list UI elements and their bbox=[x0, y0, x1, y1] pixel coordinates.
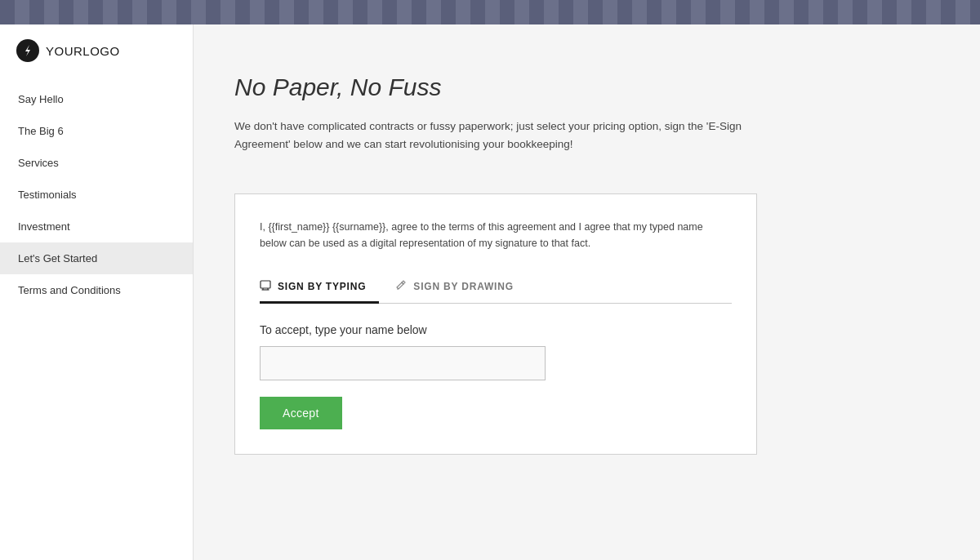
svg-marker-0 bbox=[25, 45, 30, 56]
sidebar-item-testimonials[interactable]: Testimonials bbox=[0, 179, 193, 211]
sidebar-nav: Say Hello The Big 6 Services Testimonial… bbox=[0, 83, 193, 306]
page-title: No Paper, No Fuss bbox=[234, 73, 939, 101]
accept-label: To accept, type your name below bbox=[260, 323, 732, 336]
drawing-icon bbox=[395, 279, 407, 293]
svg-rect-1 bbox=[261, 281, 270, 288]
tab-sign-by-typing[interactable]: SIGN BY TYPING bbox=[260, 271, 379, 304]
sidebar-item-lets-get-started[interactable]: Let's Get Started bbox=[0, 242, 193, 274]
logo-icon bbox=[16, 39, 39, 62]
tab-sign-by-drawing[interactable]: SIGN BY DRAWING bbox=[395, 271, 526, 304]
agreement-box: I, {{first_name}} {{surname}}, agree to … bbox=[234, 193, 757, 455]
logo-bold: YOUR bbox=[46, 44, 82, 58]
lightning-icon bbox=[21, 44, 34, 57]
page-description: We don't have complicated contracts or f… bbox=[234, 118, 757, 153]
sidebar: YOURLOGO Say Hello The Big 6 Services Te… bbox=[0, 24, 194, 560]
logo: YOURLOGO bbox=[0, 24, 193, 77]
sidebar-item-terms-and-conditions[interactable]: Terms and Conditions bbox=[0, 274, 193, 306]
logo-light: LOGO bbox=[82, 44, 119, 58]
accept-button[interactable]: Accept bbox=[260, 397, 342, 429]
sidebar-item-services[interactable]: Services bbox=[0, 147, 193, 179]
sidebar-item-say-hello[interactable]: Say Hello bbox=[0, 83, 193, 115]
sidebar-item-investment[interactable]: Investment bbox=[0, 211, 193, 242]
tab-sign-by-drawing-label: SIGN BY DRAWING bbox=[413, 281, 513, 292]
name-input[interactable] bbox=[260, 346, 546, 380]
sidebar-item-the-big-6[interactable]: The Big 6 bbox=[0, 115, 193, 147]
typing-icon bbox=[260, 279, 271, 293]
sign-tabs: SIGN BY TYPING SIGN BY DRAWING bbox=[260, 271, 732, 304]
agreement-text: I, {{first_name}} {{surname}}, agree to … bbox=[260, 219, 732, 251]
tab-sign-by-typing-label: SIGN BY TYPING bbox=[278, 281, 366, 292]
logo-text: YOURLOGO bbox=[46, 44, 120, 58]
main-content: No Paper, No Fuss We don't have complica… bbox=[194, 24, 980, 560]
top-bar bbox=[0, 0, 980, 24]
